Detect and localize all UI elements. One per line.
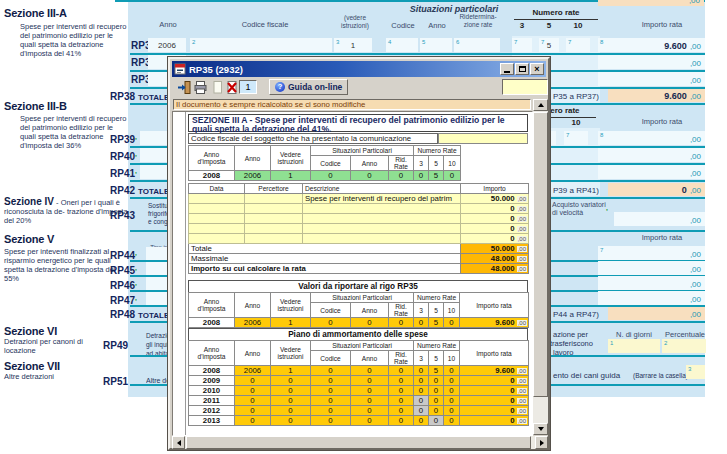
rate-cell: 0 [414, 318, 429, 328]
rate-cell: 2006 [235, 318, 271, 328]
vertical-scroll-thumb[interactable] [533, 112, 548, 397]
page-indicator[interactable]: 1 [239, 80, 257, 94]
rp45-importo-field[interactable]: ,00 [598, 261, 705, 275]
rate-cell: 0 [389, 376, 414, 386]
rp39-rate10-field[interactable]: 7 [564, 131, 588, 145]
scroll-right-button[interactable] [535, 436, 548, 449]
dialog-title: RP35 (2932) [189, 64, 499, 75]
spese-importo-cell[interactable]: 0,00 [461, 234, 529, 244]
rp51-casella-field[interactable]: 3 [686, 365, 705, 379]
rp41-anno-field[interactable] [140, 165, 168, 179]
rate-cell: 1 [271, 318, 311, 328]
rp44-importo-field[interactable]: 7,00 [598, 246, 705, 260]
importo-rata-cell: 9.600,00 [460, 366, 529, 376]
rp35-ridet-field[interactable]: 6 [454, 38, 500, 52]
rp35-rate5-field[interactable]: 75 [539, 38, 559, 52]
section-iiia-title: Sezione III-A [4, 7, 67, 19]
header-anno-2: Anno [420, 22, 454, 30]
horizontal-scroll-thumb[interactable] [186, 436, 531, 449]
spese-importo-cell[interactable]: 0,00 [461, 204, 529, 214]
rp35-rate3-field[interactable]: 7 [512, 38, 532, 52]
spese-descrizione-cell[interactable]: Spese per interventi di recupero del pat… [303, 194, 461, 204]
rp49-percentuale-field[interactable]: 2 [662, 339, 706, 353]
spese-importo-cell[interactable]: 50.000,00 [461, 194, 529, 204]
rp43-importo-field[interactable]: ,00 [614, 212, 705, 226]
rp35-rate10-field[interactable]: 7 [566, 38, 590, 52]
rp35-anno-field[interactable]: 2006 [148, 38, 186, 52]
rp40-anno-field[interactable] [140, 148, 168, 162]
rate-cell: 0 [414, 376, 429, 386]
rp41-importo-field[interactable]: ,00 [598, 165, 705, 179]
rp35-importo-field[interactable]: 89.600,00 [598, 38, 705, 52]
rp46-importo-field[interactable]: ,00 [598, 276, 705, 290]
rp39-anno-field[interactable] [140, 131, 168, 145]
th-data: Data [189, 184, 245, 194]
section-v-desc: Spese per inteventi finalizzati al rispa… [4, 247, 126, 283]
anno-imposta-cell: 2012 [189, 406, 235, 416]
scroll-down-button[interactable] [533, 423, 548, 435]
horizontal-scrollbar[interactable] [172, 436, 548, 449]
rp35-codice-fiscale-field[interactable]: 2 [190, 38, 332, 52]
rp42-sum-fragment: P39 a RP41) [553, 186, 599, 195]
header-percentuale: Percentuale [662, 331, 708, 339]
spese-descrizione-cell[interactable] [303, 204, 461, 214]
exit-button[interactable] [176, 79, 191, 95]
rp35-codice-field[interactable]: 4 [386, 38, 418, 52]
valori-title: Valori da riportare al rigo RP35 [188, 280, 528, 292]
dialog-titlebar[interactable]: RP35 (2932) × [172, 61, 546, 77]
codice-fiscale-input[interactable] [438, 133, 528, 144]
minimize-button[interactable] [500, 63, 514, 75]
th-situazioni: Situazioni Particolari [311, 146, 414, 156]
rate-cell: 0 [389, 366, 414, 376]
vertical-scrollbar[interactable] [533, 99, 548, 435]
spese-data-cell[interactable] [189, 214, 245, 224]
spese-importo-cell[interactable]: 0,00 [461, 214, 529, 224]
spese-row: 0,00 [189, 224, 529, 234]
online-help-button[interactable]: ? Guida on-line [269, 79, 348, 95]
rate-cell: 0 [235, 416, 271, 426]
piano-row: 2009000000000,00 [189, 376, 529, 386]
print-button[interactable] [193, 79, 208, 95]
spese-importo-cell[interactable]: 0,00 [461, 224, 529, 234]
spese-percettore-cell[interactable] [245, 204, 303, 214]
rp35-vedere-field[interactable]: 31 [334, 38, 372, 52]
th-percettore: Percettore [245, 184, 303, 194]
th-descrizione: Descrizione [303, 184, 461, 194]
section-iiib-title: Sezione III-B [4, 100, 67, 112]
spese-percettore-cell[interactable] [245, 224, 303, 234]
scroll-up-button[interactable] [533, 99, 548, 111]
spese-table: Data Percettore Descrizione Importo Spes… [188, 183, 529, 274]
new-document-button[interactable] [210, 79, 225, 95]
scroll-left-button[interactable] [172, 436, 185, 449]
spese-percettore-cell[interactable] [245, 234, 303, 244]
spese-descrizione-cell[interactable] [303, 234, 461, 244]
spese-data-cell[interactable] [189, 204, 245, 214]
spese-percettore-cell[interactable] [245, 194, 303, 204]
rp36-importo-field[interactable]: ,00 [598, 55, 705, 69]
toolbar-status-field[interactable] [502, 79, 548, 95]
rp35-anno2-field[interactable]: 5 [420, 38, 452, 52]
rp43-tick: ' [606, 207, 608, 216]
rp49-giorni-field[interactable]: 1 [608, 339, 660, 353]
spese-data-cell[interactable] [189, 194, 245, 204]
spese-data-cell[interactable] [189, 224, 245, 234]
delete-document-button[interactable] [224, 79, 239, 95]
spese-percettore-cell[interactable] [245, 214, 303, 224]
spese-descrizione-cell[interactable] [303, 214, 461, 224]
comunicazione-table: Anno d'imposta Anno Vedere istruzioni Si… [188, 145, 461, 181]
rp43-right-label: Acquisto variatori di velocità [552, 201, 612, 217]
comunicazione-cell: 0 [311, 171, 351, 181]
close-button[interactable]: × [530, 63, 544, 75]
rp39-importo-field[interactable]: 8,00 [598, 131, 705, 145]
comunicazione-cell: 0 [389, 171, 414, 181]
rate-cell: 0 [271, 386, 311, 396]
spese-data-cell[interactable] [189, 234, 245, 244]
spese-descrizione-cell[interactable] [303, 224, 461, 234]
maximize-button[interactable] [515, 63, 529, 75]
rate-cell: 0 [429, 416, 444, 426]
rp37-importo-field[interactable]: ,00 [598, 72, 705, 86]
rp47-importo-field[interactable]: ,00 [598, 291, 705, 305]
spese-row: Spese per interventi di recupero del pat… [189, 194, 529, 204]
valori-row: 2008200610000509.600,00 [189, 318, 529, 328]
rp40-importo-field[interactable]: ,00 [598, 148, 705, 162]
